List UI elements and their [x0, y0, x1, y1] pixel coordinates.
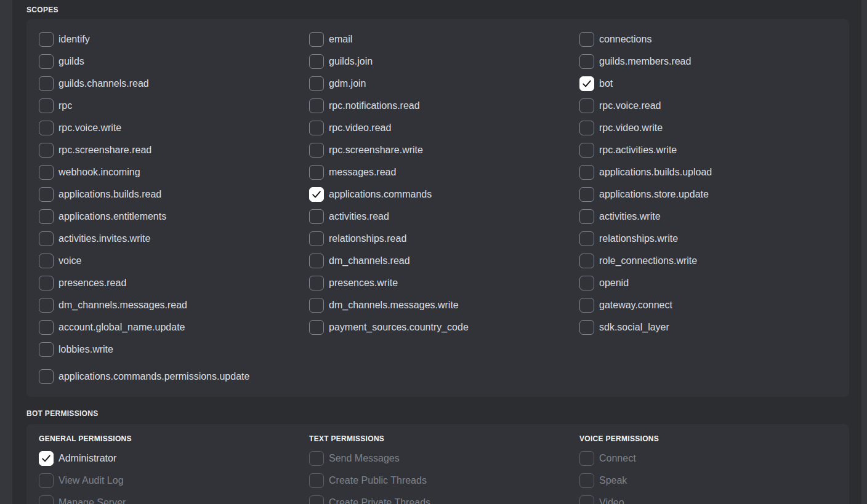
scope-checkbox-row[interactable]: rpc.notifications.read: [309, 98, 579, 113]
scope-checkbox-row[interactable]: rpc: [39, 98, 309, 113]
scope-checkbox-row[interactable]: messages.read: [309, 165, 579, 180]
checkbox-unchecked[interactable]: [39, 165, 54, 180]
scope-checkbox-row[interactable]: email: [309, 32, 579, 47]
checkbox-unchecked[interactable]: [39, 254, 54, 268]
checkbox-checked[interactable]: [309, 187, 324, 202]
scope-checkbox-row[interactable]: guilds: [39, 54, 309, 69]
checkbox-unchecked[interactable]: [39, 369, 54, 384]
scope-checkbox-row[interactable]: openid: [579, 276, 849, 290]
scope-checkbox-row[interactable]: role_connections.write: [579, 254, 849, 268]
scope-checkbox-row[interactable]: applications.commands: [309, 187, 579, 202]
checkbox-unchecked[interactable]: [579, 231, 594, 246]
checkbox-unchecked[interactable]: [309, 473, 324, 488]
checkbox-unchecked[interactable]: [309, 231, 324, 246]
checkbox-unchecked[interactable]: [39, 209, 54, 224]
checkbox-unchecked[interactable]: [579, 254, 594, 268]
checkbox-unchecked[interactable]: [579, 451, 594, 466]
checkbox-unchecked[interactable]: [39, 98, 54, 113]
scope-checkbox-row[interactable]: rpc.video.write: [579, 121, 849, 135]
scope-checkbox-row[interactable]: connections: [579, 32, 849, 47]
scope-checkbox-row[interactable]: relationships.write: [579, 231, 849, 246]
checkbox-unchecked[interactable]: [309, 254, 324, 268]
scope-checkbox-row[interactable]: dm_channels.messages.write: [309, 298, 579, 313]
scope-checkbox-row[interactable]: activities.read: [309, 209, 579, 224]
checkbox-unchecked[interactable]: [309, 451, 324, 466]
checkbox-unchecked[interactable]: [579, 121, 594, 135]
checkbox-unchecked[interactable]: [579, 32, 594, 47]
scope-checkbox-row[interactable]: gateway.connect: [579, 298, 849, 313]
checkbox-checked[interactable]: [39, 451, 54, 466]
checkbox-unchecked[interactable]: [39, 32, 54, 47]
checkbox-unchecked[interactable]: [309, 495, 324, 504]
checkbox-unchecked[interactable]: [39, 54, 54, 69]
checkbox-unchecked[interactable]: [309, 298, 324, 313]
checkbox-unchecked[interactable]: [579, 320, 594, 335]
checkbox-unchecked[interactable]: [39, 231, 54, 246]
permission-checkbox-row[interactable]: Create Public Threads: [309, 473, 579, 488]
scope-checkbox-row[interactable]: applications.store.update: [579, 187, 849, 202]
checkbox-unchecked[interactable]: [39, 121, 54, 135]
scope-checkbox-row[interactable]: dm_channels.read: [309, 254, 579, 268]
scope-checkbox-row[interactable]: relationships.read: [309, 231, 579, 246]
permission-checkbox-row[interactable]: Administrator: [39, 451, 309, 466]
checkbox-unchecked[interactable]: [39, 276, 54, 290]
scope-checkbox-row[interactable]: webhook.incoming: [39, 165, 309, 180]
checkbox-unchecked[interactable]: [309, 76, 324, 91]
checkbox-unchecked[interactable]: [309, 32, 324, 47]
checkbox-unchecked[interactable]: [39, 187, 54, 202]
scope-checkbox-row[interactable]: activities.invites.write: [39, 231, 309, 246]
checkbox-unchecked[interactable]: [39, 342, 54, 357]
scope-checkbox-row[interactable]: applications.builds.upload: [579, 165, 849, 180]
scope-checkbox-row[interactable]: rpc.voice.read: [579, 98, 849, 113]
scope-checkbox-row[interactable]: payment_sources.country_code: [309, 320, 579, 335]
scope-checkbox-row[interactable]: rpc.video.read: [309, 121, 579, 135]
permission-checkbox-row[interactable]: View Audit Log: [39, 473, 309, 488]
scope-checkbox-row[interactable]: rpc.activities.write: [579, 143, 849, 158]
scope-checkbox-row[interactable]: identify: [39, 32, 309, 47]
scope-checkbox-row[interactable]: guilds.members.read: [579, 54, 849, 69]
checkbox-unchecked[interactable]: [309, 209, 324, 224]
checkbox-unchecked[interactable]: [579, 165, 594, 180]
permission-checkbox-row[interactable]: Speak: [579, 473, 849, 488]
checkbox-unchecked[interactable]: [309, 143, 324, 158]
checkbox-checked[interactable]: [579, 76, 594, 91]
checkbox-unchecked[interactable]: [579, 143, 594, 158]
checkbox-unchecked[interactable]: [579, 473, 594, 488]
scope-checkbox-row[interactable]: applications.builds.read: [39, 187, 309, 202]
permission-checkbox-row[interactable]: Video: [579, 495, 849, 504]
scope-checkbox-row[interactable]: guilds.channels.read: [39, 76, 309, 91]
scope-checkbox-row[interactable]: presences.write: [309, 276, 579, 290]
checkbox-unchecked[interactable]: [309, 54, 324, 69]
permission-checkbox-row[interactable]: Create Private Threads: [309, 495, 579, 504]
checkbox-unchecked[interactable]: [39, 495, 54, 504]
checkbox-unchecked[interactable]: [579, 495, 594, 504]
checkbox-unchecked[interactable]: [39, 143, 54, 158]
scope-checkbox-row[interactable]: account.global_name.update: [39, 320, 309, 335]
checkbox-unchecked[interactable]: [39, 298, 54, 313]
permission-checkbox-row[interactable]: Send Messages: [309, 451, 579, 466]
scope-checkbox-row[interactable]: lobbies.write: [39, 342, 309, 357]
permission-checkbox-row[interactable]: Manage Server: [39, 495, 309, 504]
scope-checkbox-row[interactable]: applications.entitlements: [39, 209, 309, 224]
scope-checkbox-row[interactable]: rpc.voice.write: [39, 121, 309, 135]
checkbox-unchecked[interactable]: [309, 276, 324, 290]
scope-checkbox-row[interactable]: applications.commands.permissions.update: [39, 369, 309, 384]
scope-checkbox-row[interactable]: sdk.social_layer: [579, 320, 849, 335]
checkbox-unchecked[interactable]: [309, 165, 324, 180]
checkbox-unchecked[interactable]: [579, 276, 594, 290]
scope-checkbox-row[interactable]: presences.read: [39, 276, 309, 290]
checkbox-unchecked[interactable]: [579, 54, 594, 69]
checkbox-unchecked[interactable]: [39, 473, 54, 488]
scope-checkbox-row[interactable]: voice: [39, 254, 309, 268]
scope-checkbox-row[interactable]: rpc.screenshare.read: [39, 143, 309, 158]
scope-checkbox-row[interactable]: bot: [579, 76, 849, 91]
checkbox-unchecked[interactable]: [579, 209, 594, 224]
scope-checkbox-row[interactable]: dm_channels.messages.read: [39, 298, 309, 313]
permission-checkbox-row[interactable]: Connect: [579, 451, 849, 466]
checkbox-unchecked[interactable]: [579, 98, 594, 113]
checkbox-unchecked[interactable]: [309, 121, 324, 135]
scope-checkbox-row[interactable]: guilds.join: [309, 54, 579, 69]
checkbox-unchecked[interactable]: [309, 98, 324, 113]
checkbox-unchecked[interactable]: [39, 320, 54, 335]
scope-checkbox-row[interactable]: rpc.screenshare.write: [309, 143, 579, 158]
